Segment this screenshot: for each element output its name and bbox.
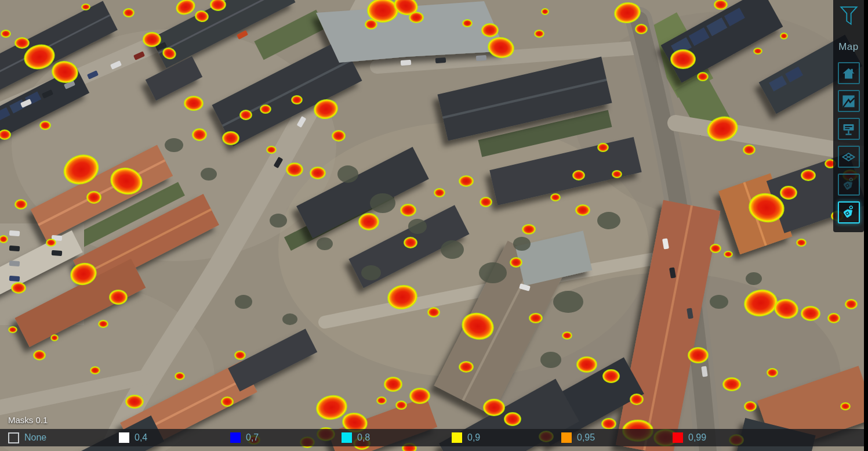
- legend-item: 0,9: [452, 429, 480, 446]
- map-viewport[interactable]: Map Masks 0.1 None0,40,70,80,90,950,99: [0, 0, 868, 451]
- legend-item: 0,7: [230, 429, 259, 446]
- aerial-map-canvas[interactable]: [0, 0, 868, 451]
- legend-swatch: [673, 432, 683, 443]
- legend-bar: None0,40,70,80,90,950,99: [0, 429, 864, 446]
- legend-item: 0,4: [119, 429, 147, 446]
- legend-item: 0,8: [342, 429, 370, 446]
- legend-item: 0,99: [673, 429, 706, 446]
- home-icon: [841, 66, 856, 81]
- home-button[interactable]: [838, 62, 860, 84]
- legend-label: 0,95: [577, 432, 595, 443]
- legend-label: 0,4: [135, 432, 147, 443]
- billboard-icon: [841, 121, 856, 137]
- toolbar-title: Map: [838, 41, 859, 53]
- legend-label: 0,7: [246, 432, 259, 443]
- legend-label: 0,9: [467, 432, 480, 443]
- funnel-icon[interactable]: [839, 5, 859, 31]
- tags-muted-button[interactable]: [838, 174, 860, 196]
- none-checkbox[interactable]: [8, 432, 19, 443]
- right-edge-strip: [864, 0, 868, 451]
- tag-icon: [841, 177, 856, 193]
- legend-label: 0,99: [688, 432, 706, 443]
- sign-info-button[interactable]: [838, 118, 860, 140]
- legend-swatch: [230, 432, 241, 443]
- legend-label: None: [24, 432, 46, 443]
- legend-swatch: [561, 432, 572, 443]
- tags-button[interactable]: [838, 201, 860, 223]
- extent-polyline-icon: [841, 93, 856, 109]
- tag-icon: [841, 205, 856, 221]
- legend-swatch: [342, 432, 352, 443]
- legend-swatch: [119, 432, 129, 443]
- legend-swatch: [452, 432, 462, 443]
- legend-item: 0,95: [561, 429, 595, 446]
- layers-button[interactable]: [838, 146, 860, 168]
- toolbar-buttons: [838, 62, 860, 229]
- legend-label: 0,8: [357, 432, 370, 443]
- legend-title: Masks 0.1: [8, 415, 48, 425]
- layer-sheet-icon: [841, 149, 856, 165]
- previous-extent-button[interactable]: [838, 90, 860, 112]
- map-toolbar: Map: [833, 0, 864, 232]
- legend-item: None: [8, 429, 46, 446]
